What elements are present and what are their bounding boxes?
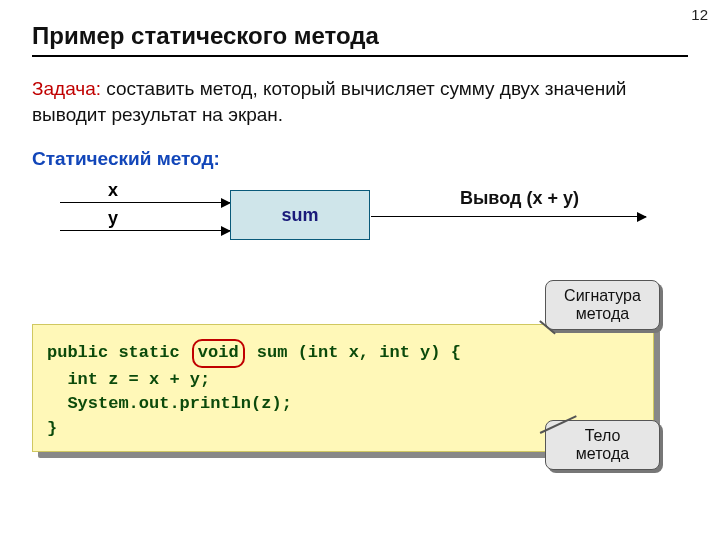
void-highlight: void (192, 339, 245, 368)
arrow-in-y (60, 230, 230, 231)
task-body: составить метод, который вычисляет сумму… (32, 78, 626, 125)
sum-box: sum (230, 190, 370, 240)
page-number: 12 (691, 6, 708, 23)
code-line-1-pre: public static (47, 343, 190, 362)
code-line-2: int z = x + y; (47, 370, 210, 389)
task-label: Задача: (32, 78, 101, 99)
slide-title: Пример статического метода (32, 22, 379, 50)
code-line-3: System.out.println(z); (47, 394, 292, 413)
input-y-label: y (108, 208, 118, 229)
title-underline (32, 55, 688, 57)
code-line-4: } (47, 419, 57, 438)
code-line-1-post: sum (int x, int y) { (247, 343, 461, 362)
arrow-out (371, 216, 646, 217)
output-label: Вывод (x + y) (460, 188, 579, 209)
callout-signature: Сигнатура метода (545, 280, 660, 330)
input-x-label: x (108, 180, 118, 201)
task-text: Задача: составить метод, который вычисля… (32, 76, 672, 127)
method-diagram: x y sum Вывод (x + y) (60, 180, 660, 270)
callout-body: Тело метода (545, 420, 660, 470)
arrow-in-x (60, 202, 230, 203)
static-method-heading: Статический метод: (32, 148, 220, 170)
